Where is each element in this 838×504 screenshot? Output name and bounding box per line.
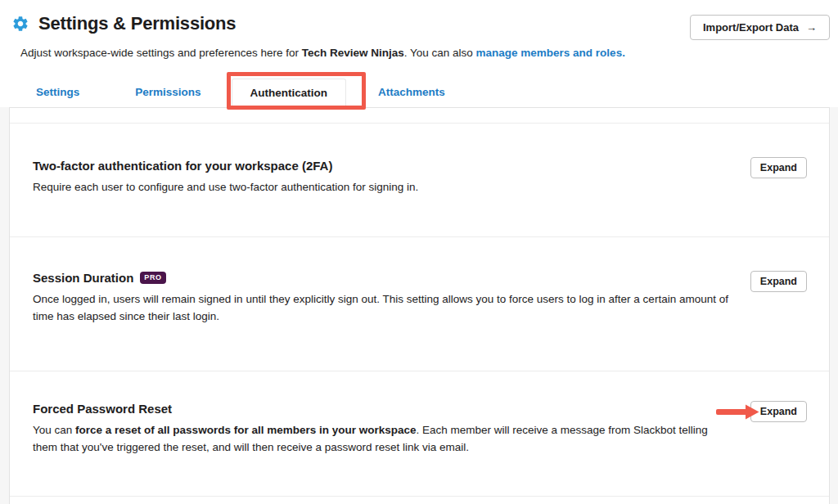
import-export-label: Import/Export Data (703, 21, 799, 34)
workspace-name: Tech Review Ninjas (302, 47, 404, 59)
expand-button-session-duration[interactable]: Expand (750, 271, 807, 292)
page-header: Settings & Permissions Import/Export Dat… (0, 0, 838, 59)
section-forced-password-reset: Forced Password Reset You can force a re… (10, 371, 829, 497)
tab-attachments-label: Attachments (378, 86, 445, 98)
tab-settings[interactable]: Settings (18, 79, 97, 106)
authentication-panel: Two-factor authentication for your works… (9, 107, 830, 504)
import-export-button[interactable]: Import/Export Data → (690, 15, 830, 40)
panel-top-spacer (10, 108, 829, 124)
manage-members-link[interactable]: manage members and roles. (476, 47, 625, 59)
section-description: Require each user to configure and use t… (33, 178, 733, 196)
tab-attachments[interactable]: Attachments (360, 79, 463, 106)
page-title: Settings & Permissions (38, 13, 236, 34)
section-two-factor-auth: Two-factor authentication for your works… (10, 124, 829, 237)
tab-permissions[interactable]: Permissions (117, 79, 219, 106)
section-session-duration: Session Duration PRO Once logged in, use… (10, 237, 829, 371)
tab-bar: Settings Permissions Authentication Atta… (0, 79, 838, 106)
content-area: Two-factor authentication for your works… (0, 107, 838, 504)
tab-permissions-label: Permissions (135, 86, 200, 98)
gear-icon (11, 15, 29, 33)
section-description: Once logged in, users will remain signed… (33, 290, 733, 325)
section-title-text: Session Duration (33, 271, 133, 285)
section-description: You can force a reset of all passwords f… (33, 421, 733, 456)
subtitle-text-middle: . You can also (404, 47, 476, 59)
subtitle-text-before: Adjust workspace-wide settings and prefe… (20, 47, 302, 59)
tab-settings-label: Settings (36, 86, 79, 98)
page-subtitle: Adjust workspace-wide settings and prefe… (20, 47, 830, 59)
expand-button-forced-password-reset[interactable]: Expand (750, 401, 807, 422)
right-arrow-icon: → (806, 21, 817, 34)
pro-badge: PRO (140, 272, 165, 284)
expand-button-2fa[interactable]: Expand (750, 157, 807, 178)
tab-authentication[interactable]: Authentication (232, 79, 347, 106)
section-title: Two-factor authentication for your works… (33, 159, 739, 173)
section-title: Session Duration PRO (33, 271, 739, 285)
tab-authentication-label: Authentication (250, 87, 328, 99)
section-title: Forced Password Reset (33, 402, 739, 416)
